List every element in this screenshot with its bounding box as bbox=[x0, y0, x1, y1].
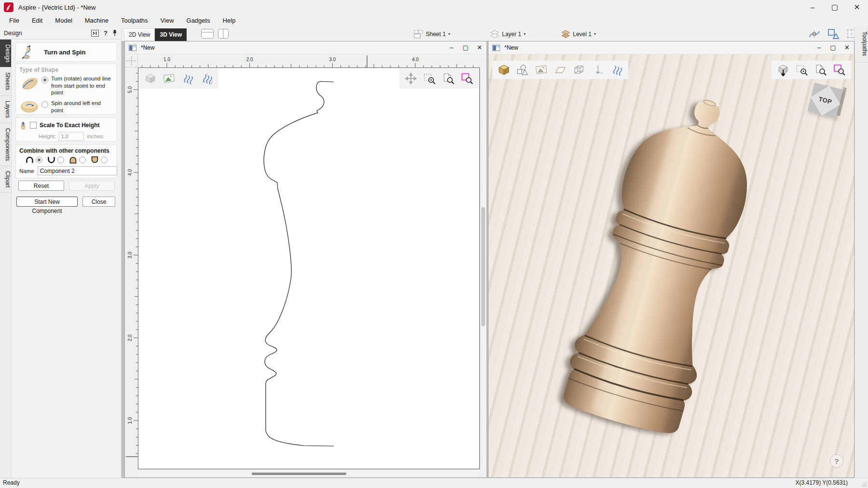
combine-mode-merge-low[interactable] bbox=[90, 156, 108, 164]
maximize-button[interactable]: ▢ bbox=[824, 0, 846, 14]
drawing-canvas-2d[interactable] bbox=[138, 67, 480, 469]
view-3d-window: *New – ▢ ✕ bbox=[488, 41, 854, 478]
start-new-component-button[interactable]: Start New Component bbox=[16, 197, 78, 207]
menu-item-gadgets[interactable]: Gadgets bbox=[180, 14, 217, 27]
layer-dropdown-caret-icon: ▾ bbox=[524, 32, 526, 36]
menu-item-file[interactable]: File bbox=[3, 14, 26, 27]
split-view-layout-icon[interactable] bbox=[218, 29, 229, 39]
close-button[interactable]: ✕ bbox=[846, 0, 868, 14]
pepper-mill-model bbox=[552, 82, 775, 444]
horizontal-scrollbar-thumb[interactable] bbox=[252, 473, 346, 475]
view-2d-titlebar[interactable]: *New – ▢ ✕ bbox=[125, 41, 487, 54]
view-3d-titlebar[interactable]: *New – ▢ ✕ bbox=[488, 41, 854, 54]
tab-3d-view[interactable]: 3D View bbox=[155, 28, 187, 41]
title-bar: Aspire - {Vectric Ltd} - *New – ▢ ✕ bbox=[0, 0, 868, 14]
zoom-drawing-icon[interactable] bbox=[814, 64, 827, 76]
combine-mode-add[interactable] bbox=[25, 156, 42, 164]
menu-item-machine[interactable]: Machine bbox=[79, 14, 115, 27]
view-3d-maximize-button[interactable]: ▢ bbox=[826, 41, 840, 54]
view-2d-close-button[interactable]: ✕ bbox=[473, 41, 487, 54]
svg-text:4.0: 4.0 bbox=[412, 57, 419, 62]
combine-mode-merge-high[interactable] bbox=[68, 156, 86, 164]
horizontal-scrollbar[interactable] bbox=[138, 469, 480, 477]
combine-subtract-radio[interactable] bbox=[57, 157, 64, 163]
sidebar-tab-sheets[interactable]: Sheets bbox=[0, 67, 11, 95]
svg-text:2.0: 2.0 bbox=[127, 334, 133, 341]
zoom-selection-icon[interactable] bbox=[796, 64, 808, 76]
two-rail-sweep-icon[interactable] bbox=[182, 73, 194, 84]
view-3d-minimize-button[interactable]: – bbox=[812, 41, 826, 54]
zoom-box-icon[interactable] bbox=[461, 73, 474, 85]
toolpaths-tab[interactable]: Toolpaths bbox=[855, 27, 868, 63]
combine-heading: Combine with other components bbox=[19, 147, 113, 154]
view-orientation-cube[interactable]: TOP bbox=[808, 82, 845, 121]
snap-to-geometry-icon[interactable] bbox=[827, 28, 840, 40]
axes-orientation-icon[interactable]: ZX bbox=[592, 64, 604, 76]
pin-icon[interactable] bbox=[112, 29, 117, 37]
menu-item-edit[interactable]: Edit bbox=[26, 14, 49, 27]
scale-checkbox[interactable] bbox=[30, 122, 37, 129]
material-plane-icon[interactable] bbox=[554, 65, 567, 75]
minimize-button[interactable]: – bbox=[801, 0, 824, 14]
wireframe-cube-icon[interactable] bbox=[573, 64, 585, 76]
isometric-view-icon[interactable] bbox=[777, 64, 789, 76]
type-of-shape-heading: Type of Shape bbox=[19, 66, 113, 73]
tab-2d-view[interactable]: 2D View bbox=[124, 28, 155, 41]
shape-option-spin[interactable]: Spin around left end point bbox=[19, 100, 113, 114]
vector-shapes-icon[interactable] bbox=[516, 64, 529, 76]
resize-grip-icon[interactable] bbox=[861, 481, 867, 487]
apply-button[interactable]: Apply bbox=[69, 181, 115, 191]
sidebar-tab-clipart[interactable]: Clipart bbox=[0, 166, 11, 193]
vertical-scrollbar[interactable] bbox=[480, 67, 487, 469]
combine-mode-subtract[interactable] bbox=[47, 156, 64, 164]
spin-shape-icon bbox=[19, 100, 41, 114]
level-icon bbox=[561, 29, 570, 39]
view-2d-maximize-button[interactable]: ▢ bbox=[459, 41, 473, 54]
zoom-selection-icon[interactable] bbox=[423, 73, 436, 85]
vertical-scrollbar-thumb[interactable] bbox=[481, 207, 485, 326]
component-name-input[interactable] bbox=[38, 166, 117, 175]
document-window-icon bbox=[129, 45, 136, 51]
combine-add-radio[interactable] bbox=[36, 157, 42, 163]
render-canvas-3d[interactable]: ZX bbox=[488, 54, 854, 477]
menu-item-toolpaths[interactable]: Toolpaths bbox=[115, 14, 154, 27]
layer-selector[interactable]: Layer 1 ▾ bbox=[490, 27, 526, 41]
pan-icon[interactable] bbox=[405, 73, 417, 84]
menu-item-view[interactable]: View bbox=[154, 14, 180, 27]
sidebar-tab-components[interactable]: Components bbox=[0, 123, 11, 166]
reset-button[interactable]: Reset bbox=[18, 181, 64, 191]
menu-item-help[interactable]: Help bbox=[217, 14, 242, 27]
window-controls: – ▢ ✕ bbox=[801, 0, 868, 14]
status-bar: Ready X(3.4179) Y(0.5631) bbox=[0, 478, 868, 488]
view-3d-close-button[interactable]: ✕ bbox=[840, 41, 854, 54]
sheet-selector[interactable]: Sheet 1 ▾ bbox=[414, 27, 450, 41]
single-view-layout-icon[interactable] bbox=[201, 29, 214, 39]
dock-header: Design ? bbox=[0, 27, 122, 40]
combine-merge-low-radio[interactable] bbox=[101, 157, 108, 163]
svg-text:3.0: 3.0 bbox=[329, 57, 336, 62]
sidebar-tab-design[interactable]: Design bbox=[0, 40, 11, 67]
view-2d-minimize-button[interactable]: – bbox=[445, 41, 459, 54]
shape-option-turn[interactable]: Turn (rotate) around line from start poi… bbox=[19, 75, 113, 96]
blue-waves-icon[interactable] bbox=[610, 64, 623, 76]
height-input[interactable] bbox=[59, 132, 84, 141]
bitmap-image-icon[interactable] bbox=[163, 73, 176, 84]
zoom-drawing-icon[interactable] bbox=[442, 73, 455, 85]
help-button[interactable]: ? bbox=[830, 454, 843, 468]
level-selector[interactable]: Level 1 ▾ bbox=[561, 27, 596, 41]
sidebar-tab-layers[interactable]: Layers bbox=[0, 96, 11, 123]
toggle-3d-cube-icon[interactable] bbox=[144, 73, 157, 84]
menu-item-model[interactable]: Model bbox=[49, 14, 78, 27]
combine-merge-high-radio[interactable] bbox=[79, 157, 86, 163]
zoom-box-icon[interactable] bbox=[833, 64, 846, 76]
snap-to-node-icon[interactable] bbox=[808, 28, 821, 40]
close-panel-button[interactable]: Close bbox=[82, 197, 115, 207]
svg-text:4.0: 4.0 bbox=[127, 169, 133, 176]
turn-radio[interactable] bbox=[41, 77, 48, 83]
drape-waves-icon[interactable] bbox=[201, 73, 213, 84]
shaded-material-cube-icon[interactable] bbox=[498, 64, 510, 76]
spin-radio[interactable] bbox=[41, 101, 48, 108]
bitmap-image-icon[interactable] bbox=[535, 65, 548, 76]
help-icon[interactable]: ? bbox=[104, 29, 108, 37]
panel-collapse-icon[interactable] bbox=[91, 30, 99, 37]
